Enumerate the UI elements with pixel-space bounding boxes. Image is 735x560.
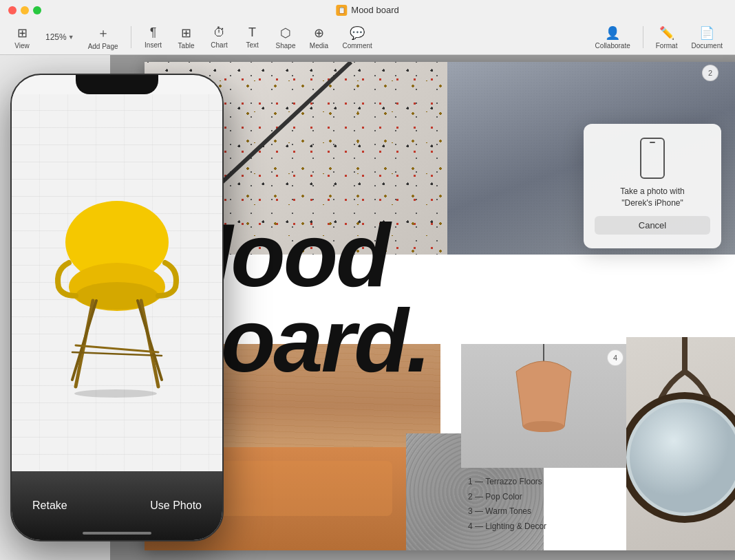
window-title-text: Mood board [351,5,398,15]
iphone: Retake Use Photo [10,74,224,541]
zoom-value: 125% [45,32,67,42]
insert-label: Insert [145,41,162,49]
insert-button[interactable]: ¶ Insert [138,23,169,52]
close-button[interactable] [8,6,17,14]
comment-button[interactable]: 💬 Comment [337,23,377,52]
title-icon: 📋 [336,5,347,16]
traffic-lights [8,6,41,14]
phone-bottom-bar: Retake Use Photo [12,471,222,540]
svg-point-5 [523,421,564,432]
svg-point-11 [76,282,158,310]
comment-icon: 💬 [350,25,365,41]
svg-line-14 [72,301,96,380]
collaborate-icon: 👤 [605,25,620,41]
popup-title-text: Take a photo with"Derek's iPhone" [620,186,684,209]
page-badge-2: 2 [702,65,718,81]
toolbar: ⊞ View 125% ▼ ＋ Add Page ¶ Insert ⊞ Tabl… [0,21,735,54]
titlebar: 📋 Mood board ⊞ View 125% ▼ ＋ Add Page ¶ … [0,0,735,55]
table-label: Table [178,42,195,50]
caption-item-2: 2 — Pop Color [468,490,546,505]
phone-home-bar [83,532,151,535]
minimize-button[interactable] [21,6,29,14]
text-label: Text [246,41,258,49]
shape-icon: ⬡ [280,25,291,41]
caption-item-1: 1 — Terrazzo Floors [468,475,546,490]
text-icon: T [248,25,256,40]
svg-line-16 [76,345,158,352]
chair-area [19,116,215,464]
svg-point-8 [630,402,735,513]
zoom-chevron-icon: ▼ [68,34,74,41]
retake-button[interactable]: Retake [32,499,67,512]
chart-label: Chart [211,41,227,49]
collaborate-label: Collaborate [595,42,630,50]
shape-label: Shape [276,42,296,50]
toolbar-separator-1 [131,26,131,48]
moodboard-captions: 1 — Terrazzo Floors 2 — Pop Color 3 — Wa… [468,475,546,534]
add-page-icon: ＋ [97,25,109,41]
media-icon: ⊕ [314,25,324,41]
comment-label: Comment [342,42,372,50]
popup-cancel-button[interactable]: Cancel [595,216,710,235]
popup-phone-icon [640,138,665,179]
caption-item-4: 4 — Lighting & Decor [468,519,546,535]
zoom-control[interactable]: 125% ▼ [40,30,80,45]
page-badge-4: 4 [607,349,624,366]
format-label: Format [656,42,678,50]
table-button[interactable]: ⊞ Table [171,23,202,52]
chart-button[interactable]: ⏱ Chart [204,23,235,52]
window-title: 📋 Mood board [336,5,398,16]
document-button[interactable]: 📄 Document [685,23,728,52]
format-button[interactable]: ✏️ Format [650,23,683,52]
format-icon: ✏️ [659,25,674,41]
phone-notch [76,75,158,94]
document-label: Document [691,42,723,50]
media-label: Media [310,42,328,50]
toolbar-separator-2 [643,26,643,48]
use-photo-button[interactable]: Use Photo [150,499,202,512]
caption-item-3: 3 — Warm Tones [468,504,546,519]
maximize-button[interactable] [33,6,41,14]
shape-button[interactable]: ⬡ Shape [270,23,301,52]
svg-point-18 [74,389,157,398]
view-label: View [14,42,30,50]
collaborate-button[interactable]: 👤 Collaborate [590,23,636,52]
media-button[interactable]: ⊕ Media [303,23,334,52]
add-page-label: Add Page [88,43,118,50]
continuity-camera-popup: Take a photo with"Derek's iPhone" Cancel [584,124,721,248]
phone-screen: Retake Use Photo [12,75,222,540]
table-icon: ⊞ [181,25,191,41]
main-area: Mood Board. [0,55,735,560]
view-icon: ⊞ [17,25,28,41]
chair-svg [34,180,200,400]
phone-container: Retake Use Photo [0,55,234,560]
view-button[interactable]: ⊞ View [7,23,37,52]
svg-line-17 [72,352,162,356]
chart-icon: ⏱ [213,25,226,40]
add-page-button[interactable]: ＋ Add Page [83,22,124,53]
document-icon: 📄 [699,25,714,41]
svg-line-15 [138,301,162,380]
text-button[interactable]: T Text [237,23,268,52]
titlebar-top: 📋 Mood board [0,0,735,21]
insert-icon: ¶ [150,25,157,40]
moodboard-title-line2: Board. [158,299,735,384]
